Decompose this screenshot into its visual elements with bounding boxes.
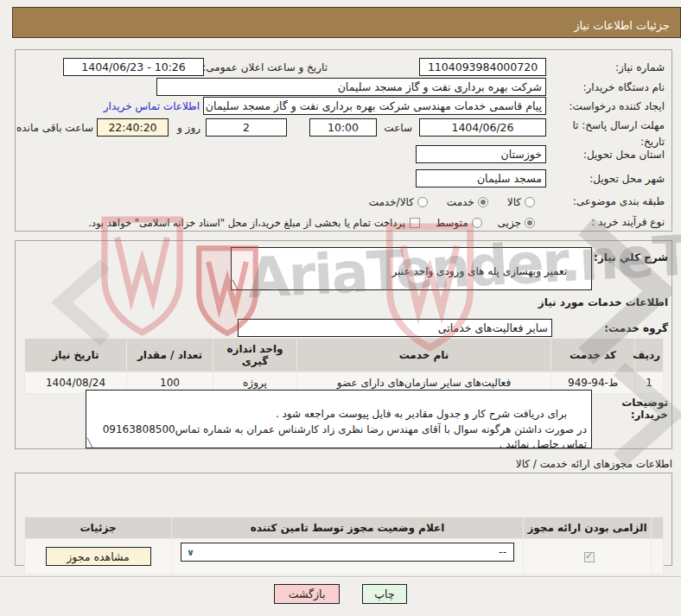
radio-minor-icon[interactable] (525, 218, 535, 228)
services-groupbox: شرح کلي نیاز: تعمیر وبهسازی پله های ورود… (15, 240, 672, 449)
radio-service-icon[interactable] (478, 197, 488, 207)
treasury-checkbox[interactable] (410, 218, 420, 228)
col-license-status: اعلام وضعیت مجوز توسط تامین کننده (172, 518, 524, 539)
cell-license-status: -- ∨ (172, 539, 524, 575)
need-details-page: جزئیات اطلاعات نیاز شماره نیاز: 11040939… (0, 0, 681, 616)
announce-datetime-field[interactable]: 1404/06/23 - 10:26 (63, 58, 204, 76)
cell-license-required: ✓ (524, 539, 652, 575)
days-and-label: روز و (177, 122, 200, 134)
service-group-label: گروه خدمت: (604, 322, 668, 334)
col-service-code: کد خدمت (551, 339, 635, 372)
print-button[interactable]: چاپ (362, 584, 407, 604)
need-info-groupbox: شماره نیاز: 1104093984000720 تاریخ و ساع… (15, 49, 672, 232)
footer-divider (0, 576, 681, 578)
services-section-title: اطلاعات خدمات مورد نیاز (538, 296, 668, 308)
radio-goods-icon[interactable] (525, 197, 535, 207)
title-bar: جزئیات اطلاعات نیاز (12, 7, 681, 38)
licenses-table-header-row: الزامی بودن ارائه مجوز اعلام وضعیت مجوز … (25, 518, 664, 539)
license-required-checkbox[interactable]: ✓ (584, 552, 595, 562)
category-option-goods[interactable]: کالا (507, 195, 535, 208)
resize-handle-icon[interactable]: ╲ (87, 437, 92, 449)
category-option-service[interactable]: خدمت (447, 195, 488, 208)
page-title: جزئیات اطلاعات نیاز (574, 19, 670, 32)
radio-goods-service-icon[interactable] (417, 197, 428, 207)
days-remaining-field[interactable]: 2 (206, 118, 287, 137)
time-remaining-field[interactable]: 22:40:20 (97, 118, 169, 137)
province-field[interactable]: خوزستان (416, 145, 546, 163)
announce-datetime-label: تاریخ و ساعت اعلان عمومی: (202, 61, 328, 73)
back-button[interactable]: بازگشت (274, 584, 340, 604)
treasury-option[interactable]: پرداخت تمام یا بخشی از مبلغ خرید،از محل … (88, 216, 420, 229)
process-option-medium[interactable]: متوسط (436, 216, 482, 229)
deadline-time-field[interactable]: 10:00 (309, 118, 377, 137)
col-details: جزئیات (25, 518, 172, 539)
licenses-table: الزامی بودن ارائه مجوز اعلام وضعیت مجوز … (24, 517, 664, 575)
license-status-select[interactable]: -- ∨ (181, 543, 514, 562)
need-desc-textarea[interactable]: تعمیر وبهسازی پله های ورودی واحد عنبر ╲ (231, 247, 592, 290)
cell-details: مشاهده مجوز (25, 539, 172, 575)
services-table: ردیف کد خدمت نام خدمت واحد اندازه گیری ت… (24, 338, 664, 394)
deadline-date-field[interactable]: 1404/06/26 (419, 118, 546, 137)
licenses-groupbox: الزامی بودن ارائه مجوز اعلام وضعیت مجوز … (15, 473, 672, 566)
col-service-name: نام خدمت (297, 339, 551, 372)
col-unit: واحد اندازه گیری (213, 339, 297, 372)
col-need-date: تاریخ نیاز (25, 339, 127, 372)
dropdown-arrow-icon: ∨ (187, 547, 194, 558)
category-options: کالا خدمت کالا/خدمت (369, 195, 535, 208)
footer-buttons: چاپ بازگشت (0, 584, 681, 604)
need-number-field[interactable]: 1104093984000720 (419, 58, 546, 76)
checkmark-icon: ✓ (585, 550, 593, 562)
licenses-table-row: ✓ -- ∨ مشاهده مجوز (25, 539, 664, 575)
col-quantity: تعداد / مقدار (127, 339, 213, 372)
services-table-header-row: ردیف کد خدمت نام خدمت واحد اندازه گیری ت… (25, 339, 664, 372)
resize-handle-icon[interactable]: ╲ (232, 279, 238, 291)
remaining-label: ساعت باقی مانده (16, 122, 93, 134)
view-license-button[interactable]: مشاهده مجوز (46, 547, 151, 566)
creator-label: ایجاد کننده درخواست: (569, 100, 665, 112)
buyer-notes-textarea[interactable]: برای دریافت شرح کار و جدول مقادیر به فای… (86, 390, 592, 448)
category-option-goods-service[interactable]: کالا/خدمت (369, 195, 428, 208)
process-type-label: نوع فرآیند خرید : (591, 216, 665, 228)
deadline-label: مهلت ارسال پاسخ: تا تاریخ: (556, 117, 665, 149)
city-label: شهر محل تحویل: (589, 173, 665, 185)
category-label: طبقه بندی موضوعی: (573, 195, 665, 207)
process-type-options: جزیی متوسط پرداخت تمام یا بخشی از مبلغ خ… (88, 216, 535, 229)
province-label: استان محل تحویل: (583, 149, 665, 161)
buyer-notes-label: توضیحات خریدار: (592, 397, 668, 421)
col-row-number: ردیف (635, 339, 664, 372)
radio-medium-icon[interactable] (472, 218, 482, 228)
buyer-contact-link[interactable]: اطلاعات تماس خریدار (104, 100, 200, 112)
process-option-minor[interactable]: جزیی (498, 216, 535, 229)
licenses-section-title: اطلاعات مجوزهای ارائه خدمت / کالا (516, 458, 672, 470)
need-desc-label: شرح کلي نیاز: (594, 251, 668, 264)
col-spacer (652, 518, 664, 539)
buyer-org-label: نام دستگاه خریدار: (583, 81, 665, 93)
creator-field[interactable]: پیام قاسمی خدمات مهندسی شرکت بهره برداری… (203, 97, 546, 115)
service-group-field[interactable]: سایر فعالیت‌های خدماتی (238, 319, 552, 337)
col-license-required: الزامی بودن ارائه مجوز (524, 518, 652, 539)
buyer-org-field[interactable]: شرکت بهره برداری نفت و گاز مسجد سلیمان (156, 78, 546, 96)
cell-spacer (652, 539, 664, 575)
city-field[interactable]: مسجد سلیمان (416, 169, 546, 187)
cell-row-number: 1 (635, 372, 664, 394)
deadline-hour-label: ساعت (384, 122, 412, 134)
need-number-label: شماره نیاز: (615, 61, 665, 73)
